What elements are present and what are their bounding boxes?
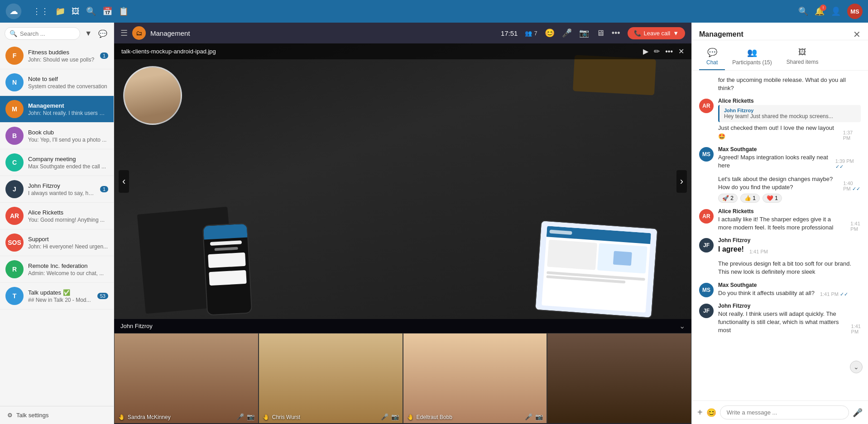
sidebar-item-remote-federation[interactable]: R Remote Inc. federation Admin: Welcome …	[0, 256, 114, 283]
search-input-wrap[interactable]: 🔍	[5, 27, 80, 40]
reaction-button[interactable]: ❤️ 1	[762, 194, 782, 203]
cam-status-icon[interactable]: 📷	[247, 413, 254, 420]
mic-icon: 🤚	[118, 414, 125, 420]
msg-row: I actually like it! The sharper edges gi…	[718, 215, 861, 232]
settings-label: Talk settings	[16, 412, 49, 419]
nextcloud-logo[interactable]: ☁	[5, 3, 22, 19]
sidebar-item-note-to-self[interactable]: N Note to self System created the conver…	[0, 69, 114, 96]
cam-status-icon[interactable]: 📷	[535, 413, 543, 420]
camera-icon[interactable]: 📷	[579, 28, 589, 38]
msg-content: John Fitzroy I agree! 1:41 PM	[718, 237, 861, 254]
photos-icon[interactable]: 🖼	[72, 7, 80, 16]
leave-call-button[interactable]: 📞 Leave call ▼	[628, 27, 685, 39]
sidebar-item-management[interactable]: M Management John: Not really. I think u…	[0, 96, 114, 123]
sidebar: 🔍 ▼ 💬 F Fitness buddies John: Should we …	[0, 23, 114, 424]
participant-name-label: 🤚 Sandra McKinney	[118, 414, 171, 420]
msg-text: The previous design felt a bit too soft …	[718, 260, 861, 276]
sidebar-item-fitness-buddies[interactable]: F Fitness buddies John: Should we use po…	[0, 43, 114, 69]
msg-sender: John Fitzroy	[718, 237, 861, 243]
checkmark-icon: ✓✓	[835, 164, 844, 169]
msg-sender: John Fitzroy	[718, 303, 861, 309]
sidebar-item-book-club[interactable]: B Book club You: Yep, I'll send you a ph…	[0, 123, 114, 149]
play-icon[interactable]: ▶	[643, 47, 648, 56]
participant-video	[547, 333, 691, 423]
mic-status-icon[interactable]: 🎤	[381, 413, 388, 420]
cam-status-icon[interactable]: 📷	[391, 413, 399, 420]
conv-name: Support	[28, 236, 108, 243]
tab-participants[interactable]: 👥 Participants (15)	[725, 44, 779, 70]
conv-name: Company meeting	[28, 156, 108, 162]
sidebar-toggle-icon[interactable]: ☰	[120, 28, 128, 38]
filter-icon[interactable]: ▼	[83, 28, 94, 39]
collapse-icon[interactable]: ⌄	[679, 322, 685, 330]
prev-image-button[interactable]: ‹	[119, 170, 129, 193]
search-input[interactable]	[20, 30, 75, 37]
sidebar-item-company-meeting[interactable]: C Company meeting Max Southgate ended th…	[0, 149, 114, 176]
more-icon[interactable]: •••	[665, 48, 673, 56]
video-thumb-2: 🤚 Edeltraut Bobb 🎤 📷	[403, 333, 547, 424]
quoted-sender: John Fitzroy	[724, 108, 856, 113]
edit-icon[interactable]: ✏	[654, 47, 660, 56]
contacts-icon[interactable]: 👤	[831, 6, 841, 16]
chat-tabs: 💬 Chat 👥 Participants (15) 🖼 Shared item…	[692, 44, 868, 71]
conv-name: Alice Ricketts	[28, 209, 108, 216]
notes-icon[interactable]: 📋	[119, 6, 129, 16]
msg-row: Agreed! Maps integration looks really ne…	[718, 153, 861, 170]
chat-tab-label: Chat	[706, 59, 718, 66]
bell-icon[interactable]: 🔔 !	[815, 6, 825, 16]
sidebar-item-john-fitzroy[interactable]: J John Fitzroy I always wanted to say, h…	[0, 176, 114, 203]
close-viewer-icon[interactable]: ✕	[678, 47, 684, 56]
more-options-icon[interactable]: •••	[612, 29, 620, 38]
msg-time: 1:41 PM ✓✓	[820, 291, 848, 297]
conv-info: John Fitzroy I always wanted to say, ho.…	[28, 182, 96, 196]
close-chat-panel-button[interactable]: ✕	[853, 29, 861, 40]
participant-name-label: 🤚 Chris Wurst	[263, 414, 300, 420]
call-time: 17:51	[501, 29, 518, 37]
screen-share-icon[interactable]: 🖥	[596, 29, 604, 38]
calendar-icon[interactable]: 📅	[102, 6, 112, 16]
search-icon[interactable]: 🔍	[86, 6, 96, 16]
tab-shared-items[interactable]: 🖼 Shared items	[779, 44, 826, 70]
msg-time: 1:41 PM	[850, 221, 861, 232]
message-input[interactable]	[720, 405, 849, 419]
mic-status-icon[interactable]: 🎤	[236, 413, 244, 420]
participants-tab-icon: 👥	[747, 48, 757, 57]
conv-avatar: B	[5, 127, 24, 145]
sidebar-item-alice-ricketts[interactable]: AR Alice Ricketts You: Good morning! Any…	[0, 203, 114, 229]
chat-panel-header: Management ✕	[692, 23, 868, 40]
grid-icon[interactable]: ⋮⋮	[33, 6, 49, 16]
participant-video	[259, 333, 403, 423]
next-image-button[interactable]: ›	[676, 170, 687, 193]
scroll-down-button[interactable]: ⌄	[850, 361, 863, 373]
msg-text: Let's talk about the design changes mayb…	[718, 175, 838, 191]
tab-chat[interactable]: 💬 Chat	[699, 44, 725, 70]
sidebar-item-talk-updates[interactable]: T Talk updates ✅ ## New in Talk 20 - Mod…	[0, 283, 114, 310]
sidebar-item-support[interactable]: SOS Support John: Hi everyone! Need urge…	[0, 229, 114, 256]
microphone-icon[interactable]: 🎤	[562, 28, 572, 38]
thumb-controls: 🎤 📷	[381, 413, 399, 420]
files-icon[interactable]: 📁	[55, 6, 65, 16]
conv-avatar: T	[5, 287, 24, 305]
magnifier-icon[interactable]: 🔍	[798, 6, 808, 16]
message-group: MS Max Southgate Do you think it affects…	[699, 282, 861, 297]
msg-row: The previous design felt a bit too soft …	[718, 260, 861, 276]
new-chat-icon[interactable]: 💬	[96, 28, 109, 40]
mic-status-icon[interactable]: 🎤	[525, 413, 532, 420]
conv-name: John Fitzroy	[28, 182, 96, 189]
conv-avatar: AR	[5, 207, 24, 225]
reaction-button[interactable]: 🚀 2	[718, 194, 738, 203]
user-avatar[interactable]: MS	[847, 4, 863, 19]
voice-message-button[interactable]: 🎤	[853, 408, 863, 418]
msg-content: The previous design felt a bit too soft …	[718, 260, 861, 276]
emoji-button[interactable]: 😊	[706, 408, 716, 418]
msg-sender: Alice Ricketts	[718, 208, 861, 214]
msg-text: Do you think it affects usability at all…	[718, 289, 815, 297]
reaction-button[interactable]: 👍 1	[740, 194, 760, 203]
msg-content: Alice Ricketts I actually like it! The s…	[718, 208, 861, 232]
conv-preview: John: Should we use polls?	[28, 57, 96, 63]
emoji-reaction-icon[interactable]: 😊	[545, 28, 555, 38]
participant-video	[403, 333, 547, 423]
talk-settings-button[interactable]: ⚙ Talk settings	[0, 406, 114, 424]
add-attachment-button[interactable]: +	[697, 407, 703, 418]
image-viewer: talk-clients-mockup-android-ipad.jpg ▶ ✏…	[114, 43, 691, 319]
